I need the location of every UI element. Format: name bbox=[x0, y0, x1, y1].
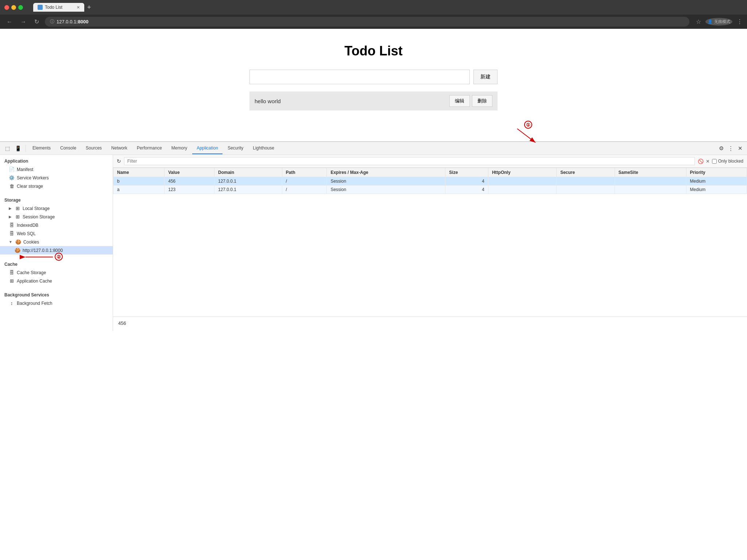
tab-application[interactable]: Application bbox=[192, 143, 222, 154]
sidebar-item-clearstorage[interactable]: 🗑 Clear storage bbox=[0, 182, 113, 190]
col-secure[interactable]: Secure bbox=[557, 168, 615, 177]
cookie-value-preview: 456 bbox=[113, 316, 747, 331]
col-samesite[interactable]: SameSite bbox=[615, 168, 686, 177]
sidebar-item-appcache[interactable]: ⊞ Application Cache bbox=[0, 277, 113, 285]
maximize-button[interactable] bbox=[18, 5, 23, 10]
cookie-row-1[interactable]: a 123 127.0.0.1 / Session 4 Medium bbox=[113, 186, 747, 194]
devtools-close-icon[interactable]: ✕ bbox=[736, 144, 744, 153]
col-name[interactable]: Name bbox=[113, 168, 165, 177]
devtools-sidebar: Application 📄 Manifest ⚙️ Service Worker… bbox=[0, 155, 113, 331]
title-bar: Todo List ✕ + bbox=[0, 0, 747, 15]
address-input[interactable]: ⓘ 127.0.0.1:8000 bbox=[45, 17, 689, 27]
todo-input-row: 新建 bbox=[249, 70, 498, 84]
back-button[interactable]: ← bbox=[4, 18, 15, 26]
col-path[interactable]: Path bbox=[282, 168, 327, 177]
inspector-tool[interactable]: ⬚ bbox=[3, 144, 12, 153]
col-priority[interactable]: Priority bbox=[686, 168, 747, 177]
tab-memory[interactable]: Memory bbox=[167, 143, 191, 154]
forward-button[interactable]: → bbox=[18, 18, 28, 26]
tab-close-icon[interactable]: ✕ bbox=[77, 5, 80, 10]
svg-line-1 bbox=[517, 129, 535, 143]
filter-clear-icon[interactable]: ✕ bbox=[706, 159, 710, 164]
sidebar-item-cookie-url[interactable]: 🍪 http://127.0.0.1:8000 ② bbox=[0, 246, 113, 254]
tab-sources[interactable]: Sources bbox=[81, 143, 106, 154]
cookies-toolbar: ↻ 🚫 ✕ Only blocked bbox=[113, 155, 747, 168]
tab-elements[interactable]: Elements bbox=[28, 143, 55, 154]
tab-lighthouse[interactable]: Lighthouse bbox=[248, 143, 279, 154]
filter-block-icon[interactable]: 🚫 bbox=[698, 159, 704, 164]
devtools-settings-icon[interactable]: ⚙ bbox=[717, 144, 725, 153]
todo-item-actions: 编辑 删除 bbox=[449, 95, 492, 107]
annotation-arrow-1 bbox=[517, 129, 539, 143]
cell-value-1: 123 bbox=[165, 186, 214, 194]
devtools: ⬚ 📱 Elements Console Sources Network Per… bbox=[0, 141, 747, 331]
expand-cookies-icon: ▼ bbox=[9, 240, 12, 244]
cookies-refresh-button[interactable]: ↻ bbox=[117, 158, 121, 164]
edit-button[interactable]: 编辑 bbox=[449, 95, 470, 107]
col-size[interactable]: Size bbox=[445, 168, 488, 177]
close-button[interactable] bbox=[4, 5, 9, 10]
incognito-icon: 👤 bbox=[708, 19, 713, 24]
col-httponly[interactable]: HttpOnly bbox=[488, 168, 556, 177]
minimize-button[interactable] bbox=[11, 5, 16, 10]
cell-expires-0: Session bbox=[327, 177, 445, 186]
cache-section-label: Cache bbox=[0, 258, 113, 268]
localstorage-icon: ⊞ bbox=[15, 206, 20, 211]
sidebar-item-indexeddb[interactable]: 🗄 IndexedDB bbox=[0, 221, 113, 229]
cell-expires-1: Session bbox=[327, 186, 445, 194]
manifest-icon: 📄 bbox=[9, 167, 15, 172]
new-button[interactable]: 新建 bbox=[473, 70, 498, 84]
cookie-table-body: b 456 127.0.0.1 / Session 4 Medium bbox=[113, 177, 747, 194]
tab-console[interactable]: Console bbox=[56, 143, 81, 154]
devtools-main: ↻ 🚫 ✕ Only blocked Name bbox=[113, 155, 747, 331]
only-blocked-checkbox[interactable] bbox=[712, 159, 717, 164]
todo-item-text: hello world bbox=[255, 98, 281, 104]
sidebar-item-manifest[interactable]: 📄 Manifest bbox=[0, 165, 113, 174]
tab-network[interactable]: Network bbox=[107, 143, 132, 154]
menu-icon[interactable]: ⋮ bbox=[737, 18, 743, 25]
new-tab-button[interactable]: + bbox=[84, 4, 94, 11]
expand-sessionstorage-icon: ▶ bbox=[9, 215, 12, 219]
sidebar-item-websql[interactable]: 🗄 Web SQL bbox=[0, 229, 113, 238]
device-tool[interactable]: 📱 bbox=[13, 144, 23, 153]
sessionstorage-icon: ⊞ bbox=[15, 214, 20, 219]
expand-localstorage-icon: ▶ bbox=[9, 206, 12, 210]
annotation-circle-1: ① bbox=[524, 121, 532, 129]
col-domain[interactable]: Domain bbox=[214, 168, 282, 177]
filter-input[interactable] bbox=[124, 157, 695, 165]
tab-performance[interactable]: Performance bbox=[132, 143, 166, 154]
bgfetch-icon: ↕ bbox=[9, 300, 15, 306]
tab-bar: Todo List ✕ + bbox=[30, 3, 97, 12]
traffic-lights bbox=[4, 5, 23, 10]
bookmark-icon[interactable]: ☆ bbox=[696, 18, 701, 25]
devtools-content: Application 📄 Manifest ⚙️ Service Worker… bbox=[0, 155, 747, 331]
cookie-row-0[interactable]: b 456 127.0.0.1 / Session 4 Medium bbox=[113, 177, 747, 186]
refresh-button[interactable]: ↻ bbox=[32, 18, 41, 26]
filter-actions: 🚫 ✕ Only blocked bbox=[698, 159, 743, 164]
cell-secure-1 bbox=[557, 186, 615, 194]
delete-button[interactable]: 删除 bbox=[472, 95, 492, 107]
cell-priority-1: Medium bbox=[686, 186, 747, 194]
cell-name-1: a bbox=[113, 186, 165, 194]
cell-path-1: / bbox=[282, 186, 327, 194]
sidebar-divider-3 bbox=[0, 285, 113, 289]
sidebar-item-localstorage[interactable]: ▶ ⊞ Local Storage bbox=[0, 204, 113, 213]
sidebar-item-cachestorage[interactable]: 🗄 Cache Storage bbox=[0, 268, 113, 277]
address-bar: ← → ↻ ⓘ 127.0.0.1:8000 ☆ 👤 无痕模式 ⋮ bbox=[0, 15, 747, 29]
sidebar-item-cookies[interactable]: ▼ 🍪 Cookies bbox=[0, 238, 113, 246]
cell-domain-1: 127.0.0.1 bbox=[214, 186, 282, 194]
cell-value-0: 456 bbox=[165, 177, 214, 186]
sidebar-item-sessionstorage[interactable]: ▶ ⊞ Session Storage bbox=[0, 213, 113, 221]
col-value[interactable]: Value bbox=[165, 168, 214, 177]
active-tab[interactable]: Todo List ✕ bbox=[33, 3, 84, 12]
browser-chrome: Todo List ✕ + ← → ↻ ⓘ 127.0.0.1:8000 ☆ 👤… bbox=[0, 0, 747, 29]
todo-input[interactable] bbox=[249, 70, 470, 84]
col-expires[interactable]: Expires / Max-Age bbox=[327, 168, 445, 177]
clearstorage-icon: 🗑 bbox=[9, 183, 15, 189]
sidebar-item-bgfetch[interactable]: ↕ Background Fetch bbox=[0, 299, 113, 307]
only-blocked-label: Only blocked bbox=[712, 159, 743, 164]
browser-actions: ☆ 👤 无痕模式 ⋮ bbox=[696, 18, 743, 26]
sidebar-item-serviceworkers[interactable]: ⚙️ Service Workers bbox=[0, 174, 113, 182]
tab-security[interactable]: Security bbox=[223, 143, 248, 154]
devtools-more-icon[interactable]: ⋮ bbox=[727, 144, 735, 153]
